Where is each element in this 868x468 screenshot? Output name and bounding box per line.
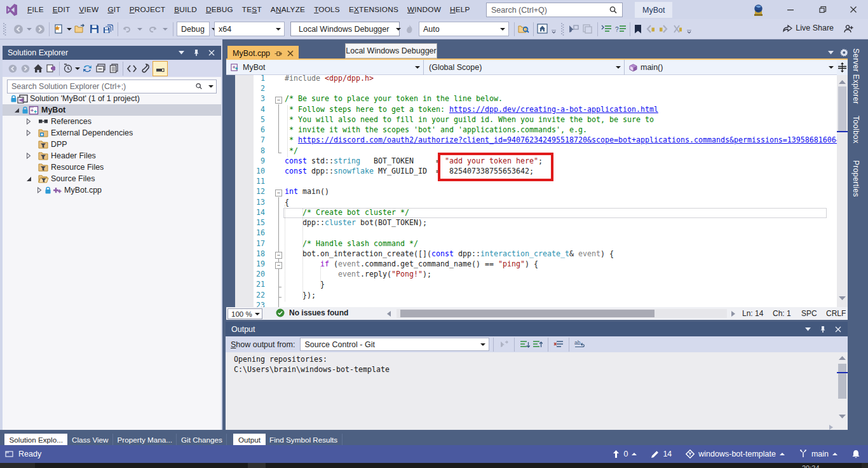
refresh-button[interactable] bbox=[81, 61, 94, 76]
peek-definition-button[interactable] bbox=[581, 22, 595, 37]
solution-explorer-search[interactable]: Search Solution Explorer (Ctrl+;) bbox=[7, 79, 217, 93]
close-panel-icon[interactable] bbox=[208, 50, 215, 56]
previous-bookmark-button[interactable] bbox=[644, 22, 657, 37]
fold-collapse-box[interactable]: − bbox=[275, 189, 282, 196]
expander-collapsed-icon[interactable] bbox=[26, 118, 38, 125]
menu-project[interactable]: PROJECT bbox=[125, 5, 170, 14]
collapse-all-button[interactable] bbox=[94, 61, 107, 76]
save-all-button[interactable] bbox=[101, 22, 116, 37]
project-scope-combo[interactable]: ++ MyBot bbox=[226, 60, 424, 75]
feedback-icon[interactable] bbox=[843, 24, 854, 34]
user-avatar[interactable] bbox=[752, 3, 765, 17]
output-close-icon[interactable] bbox=[835, 326, 841, 333]
line-indicator[interactable]: Ln: 14 bbox=[742, 309, 763, 318]
new-project-button[interactable] bbox=[51, 22, 65, 37]
redo-dropdown[interactable] bbox=[163, 28, 168, 31]
rail-tab-toolbox[interactable]: Toolbox bbox=[848, 112, 864, 147]
member-combo[interactable]: main() bbox=[625, 60, 837, 75]
properties-button[interactable] bbox=[139, 61, 151, 76]
tree-item-resource-files[interactable]: Resource Files bbox=[3, 162, 221, 173]
tree-item-header-files[interactable]: Header Files bbox=[3, 150, 221, 162]
navigate-forward-button[interactable] bbox=[33, 22, 47, 37]
solution-platform-combo[interactable]: x64 bbox=[214, 22, 285, 36]
menu-edit[interactable]: EDIT bbox=[48, 5, 75, 14]
previous-message-button[interactable] bbox=[519, 337, 531, 352]
auto-attach-combo[interactable]: Auto bbox=[419, 22, 509, 36]
menu-help[interactable]: HELP bbox=[445, 5, 475, 14]
scroll-down-icon[interactable] bbox=[839, 296, 846, 301]
redo-button[interactable] bbox=[146, 22, 159, 37]
tool-tab-output[interactable]: Output bbox=[233, 434, 265, 445]
uncomment-lines-button[interactable]: ? bbox=[614, 22, 628, 37]
fold-collapse-box[interactable]: − bbox=[275, 252, 282, 259]
menu-debug[interactable]: DEBUG bbox=[201, 5, 238, 14]
tool-tab-property-mana[interactable]: Property Mana... bbox=[113, 434, 177, 445]
clear-bookmarks-button[interactable] bbox=[670, 22, 684, 37]
undo-dropdown[interactable] bbox=[137, 28, 142, 31]
branch-picker[interactable]: main bbox=[792, 450, 844, 458]
new-project-dropdown[interactable] bbox=[67, 28, 72, 31]
menu-analyze[interactable]: ANALYZE bbox=[266, 5, 309, 14]
toolbar-grip[interactable] bbox=[3, 22, 6, 36]
zoom-combo[interactable]: 100 % bbox=[227, 308, 262, 319]
solution-configuration-combo[interactable]: Debug bbox=[177, 22, 210, 36]
undo-button[interactable] bbox=[120, 22, 134, 37]
solution-explorer-header[interactable]: Solution Explorer bbox=[3, 46, 221, 60]
menu-file[interactable]: FILE bbox=[23, 5, 48, 14]
view-code-button[interactable] bbox=[125, 61, 139, 76]
hscroll-thumb[interactable] bbox=[400, 310, 654, 317]
document-health-indicator[interactable]: No issues found bbox=[276, 308, 348, 317]
tool-tab-solution-explo[interactable]: Solution Explo... bbox=[4, 434, 67, 445]
tree-item-dpp[interactable]: DPP bbox=[3, 139, 221, 150]
tree-item-source-files[interactable]: Source Files bbox=[3, 173, 221, 184]
save-button[interactable] bbox=[88, 22, 101, 37]
go-to-definition-button[interactable] bbox=[566, 22, 581, 37]
se-back-button[interactable] bbox=[6, 61, 19, 76]
quick-search-box[interactable]: Search (Ctrl+Q) bbox=[486, 3, 623, 17]
output-header[interactable]: Output bbox=[226, 322, 848, 336]
tool-tab-class-view[interactable]: Class View bbox=[67, 434, 113, 445]
tree-item-external-dependencies[interactable]: External Dependencies bbox=[3, 127, 221, 139]
editor-vertical-scrollbar[interactable] bbox=[837, 75, 848, 307]
push-count[interactable]: 0 bbox=[606, 450, 644, 458]
tool-tab-find-symbol-results[interactable]: Find Symbol Results bbox=[266, 434, 342, 445]
open-file-button[interactable] bbox=[73, 22, 88, 37]
output-source-combo[interactable]: Source Control - Git bbox=[300, 338, 489, 351]
hscroll-right-icon[interactable] bbox=[731, 311, 736, 317]
output-hscroll-right-icon[interactable] bbox=[829, 425, 833, 430]
output-scroll-down-icon[interactable] bbox=[839, 415, 846, 419]
line-ending-indicator[interactable]: CRLF bbox=[826, 309, 846, 318]
navigate-home-button[interactable] bbox=[536, 22, 550, 37]
overflow-chevron[interactable] bbox=[551, 30, 557, 34]
expander-expanded-icon[interactable] bbox=[26, 176, 38, 182]
tab-close-icon[interactable] bbox=[287, 50, 294, 57]
notifications-button[interactable] bbox=[844, 450, 862, 459]
rail-tab-properties[interactable]: Properties bbox=[848, 156, 864, 201]
goto-message-button[interactable] bbox=[498, 337, 510, 352]
output-scroll-up-icon[interactable] bbox=[839, 356, 846, 361]
pending-changes-filter-button[interactable] bbox=[62, 61, 74, 76]
tree-item-references[interactable]: References bbox=[3, 116, 221, 127]
vscroll-thumb[interactable] bbox=[838, 86, 846, 131]
next-message-button[interactable] bbox=[531, 337, 544, 352]
start-debugging-button[interactable]: Local Windows Debugger bbox=[290, 22, 400, 36]
se-search-dropdown[interactable] bbox=[208, 85, 214, 88]
split-window-button[interactable] bbox=[837, 60, 848, 75]
tree-item-mybot[interactable]: ++MyBot bbox=[3, 104, 221, 116]
column-indicator[interactable]: Ch: 1 bbox=[773, 309, 791, 318]
pending-edits[interactable]: 14 bbox=[644, 450, 679, 458]
expander-collapsed-icon[interactable] bbox=[26, 153, 38, 159]
se-forward-button[interactable] bbox=[19, 61, 32, 76]
editor-horizontal-scrollbar[interactable] bbox=[397, 309, 727, 318]
navigate-backward-button[interactable] bbox=[11, 22, 25, 37]
switch-views-button[interactable] bbox=[44, 61, 57, 76]
global-scope-combo[interactable]: (Global Scope) bbox=[424, 60, 625, 75]
live-share-button[interactable]: Live Share bbox=[782, 23, 834, 32]
find-in-files-button[interactable] bbox=[517, 22, 531, 37]
tab-pin-icon[interactable] bbox=[275, 50, 283, 57]
toggle-word-wrap-button[interactable]: ab bbox=[573, 337, 587, 352]
rail-tab-server-explorer[interactable]: Server Explorer bbox=[848, 45, 864, 108]
clear-all-button[interactable] bbox=[552, 337, 565, 352]
menu-test[interactable]: TEST bbox=[238, 5, 266, 14]
repository-picker[interactable]: windows-bot-template bbox=[679, 450, 792, 458]
